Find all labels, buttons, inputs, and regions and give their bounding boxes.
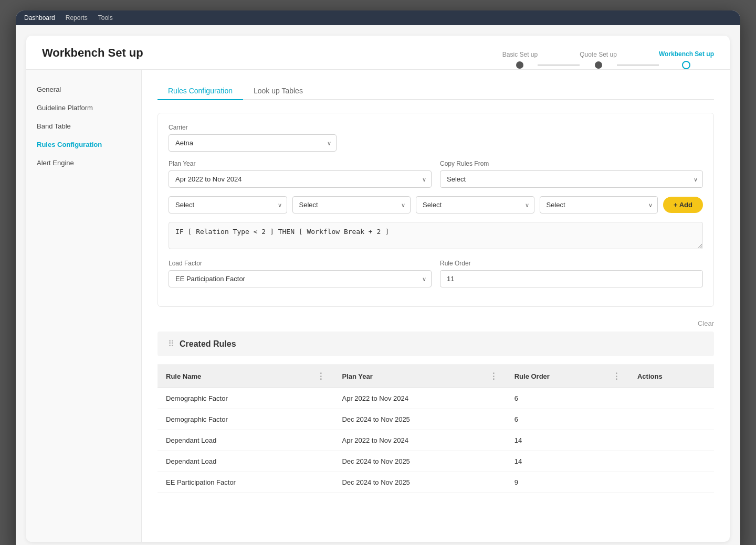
wizard-step-quote: Quote Set up [580, 51, 617, 69]
condition-select-1[interactable]: Select [169, 196, 287, 213]
copy-rules-label: Copy Rules From [440, 160, 703, 167]
cell-rule-name: Demographic Factor [158, 409, 333, 430]
wizard-step-basic: Basic Set up [502, 51, 538, 69]
plan-year-select-wrapper[interactable]: Apr 2022 to Nov 2024 [169, 170, 432, 188]
copy-rules-select-wrapper[interactable]: Select [440, 170, 703, 188]
add-button[interactable]: + Add [663, 197, 703, 213]
clear-link[interactable]: Clear [158, 315, 714, 332]
cell-rule-name: Demographic Factor [158, 388, 333, 409]
select4-wrapper[interactable]: Select [540, 196, 658, 213]
cell-rule-name: Dependant Load [158, 451, 333, 472]
rule-order-label: Rule Order [440, 260, 703, 267]
cell-rule-order: 6 [506, 388, 629, 409]
plan-year-label: Plan Year [169, 160, 432, 167]
created-rules-table: Rule Name ⋮ Plan Year ⋮ [158, 365, 714, 493]
select1-wrapper[interactable]: Select [169, 196, 287, 213]
table-row: Demographic Factor Dec 2024 to Nov 2025 … [158, 409, 714, 430]
col-header-rule-name: Rule Name ⋮ [158, 365, 333, 388]
wizard-label-workbench: Workbench Set up [659, 50, 714, 58]
plan-year-select[interactable]: Apr 2022 to Nov 2024 [169, 170, 432, 188]
wizard-label-basic: Basic Set up [502, 51, 538, 58]
select2-wrapper[interactable]: Select [292, 196, 411, 213]
col-header-plan-year: Plan Year ⋮ [333, 365, 506, 388]
cell-plan-year: Dec 2024 to Nov 2025 [333, 472, 506, 493]
created-rules-header: ⠿ Created Rules [158, 332, 714, 356]
select3-wrapper[interactable]: Select [416, 196, 534, 213]
cell-actions [629, 472, 714, 493]
table-row: EE Participation Factor Dec 2024 to Nov … [158, 472, 714, 493]
tab-rules-configuration[interactable]: Rules Configuration [158, 82, 243, 100]
sidebar: General Guideline Platform Band Table Ru… [26, 70, 142, 542]
carrier-label: Carrier [169, 124, 703, 131]
wizard-steps: Basic Set up Quote Set up Workbench Set … [502, 46, 714, 69]
wizard-label-quote: Quote Set up [580, 51, 617, 58]
cell-actions [629, 388, 714, 409]
col-menu-rule-order[interactable]: ⋮ [612, 371, 621, 381]
created-rules-title: Created Rules [180, 339, 236, 349]
sidebar-item-general[interactable]: General [26, 80, 141, 99]
sidebar-item-band-table[interactable]: Band Table [26, 117, 141, 135]
rule-order-field: Rule Order [440, 260, 703, 287]
load-factor-select-wrapper[interactable]: EE Participation Factor [169, 270, 432, 287]
rule-expression-input[interactable]: IF [ Relation Type < 2 ] THEN [ Workflow… [169, 222, 703, 249]
cell-actions [629, 451, 714, 472]
condition-selects-row: Select Select Select [169, 196, 703, 213]
cell-rule-order: 9 [506, 472, 629, 493]
col-menu-rule-name[interactable]: ⋮ [317, 371, 325, 381]
nav-dashboard[interactable]: Dashboard [24, 14, 55, 22]
table-row: Dependant Load Apr 2022 to Nov 2024 14 [158, 430, 714, 451]
top-nav: Dashboard Reports Tools [16, 10, 740, 25]
sidebar-item-rules-configuration[interactable]: Rules Configuration [26, 135, 141, 154]
condition-select-3[interactable]: Select [416, 196, 534, 213]
drag-icon: ⠿ [168, 339, 174, 349]
rule-order-input[interactable] [440, 270, 703, 287]
tab-lookup-tables[interactable]: Look up Tables [243, 82, 313, 100]
cell-plan-year: Dec 2024 to Nov 2025 [333, 409, 506, 430]
plan-year-copy-row: Plan Year Apr 2022 to Nov 2024 Copy Rule… [169, 160, 703, 188]
wizard-dot-quote [595, 61, 602, 69]
content-area: Rules Configuration Look up Tables Carri… [142, 70, 730, 542]
carrier-select-wrapper[interactable]: Aetna [169, 134, 337, 152]
cell-rule-name: Dependant Load [158, 430, 333, 451]
cell-rule-order: 6 [506, 409, 629, 430]
load-factor-field: Load Factor EE Participation Factor [169, 260, 432, 287]
carrier-row: Carrier Aetna [169, 124, 703, 152]
copy-rules-select[interactable]: Select [440, 170, 703, 188]
cell-actions [629, 409, 714, 430]
wizard-dot-workbench [682, 61, 690, 69]
tabs: Rules Configuration Look up Tables [158, 82, 714, 100]
carrier-select[interactable]: Aetna [169, 134, 337, 152]
wizard-dot-basic [516, 61, 523, 69]
page-header: Workbench Set up Basic Set up Quote Set … [26, 36, 730, 70]
cell-plan-year: Apr 2022 to Nov 2024 [333, 388, 506, 409]
col-header-actions: Actions [629, 365, 714, 388]
wizard-step-workbench: Workbench Set up [659, 50, 714, 69]
table-row: Demographic Factor Apr 2022 to Nov 2024 … [158, 388, 714, 409]
sidebar-item-guideline-platform[interactable]: Guideline Platform [26, 99, 141, 117]
form-section: Carrier Aetna Plan Year [158, 113, 714, 307]
cell-plan-year: Apr 2022 to Nov 2024 [333, 430, 506, 451]
cell-rule-order: 14 [506, 430, 629, 451]
load-factor-select[interactable]: EE Participation Factor [169, 270, 432, 287]
load-factor-label: Load Factor [169, 260, 432, 267]
cell-plan-year: Dec 2024 to Nov 2025 [333, 451, 506, 472]
col-menu-plan-year[interactable]: ⋮ [489, 371, 498, 381]
table-row: Dependant Load Dec 2024 to Nov 2025 14 [158, 451, 714, 472]
cell-rule-order: 14 [506, 451, 629, 472]
cell-rule-name: EE Participation Factor [158, 472, 333, 493]
page-title: Workbench Set up [42, 46, 143, 68]
sidebar-item-alert-engine[interactable]: Alert Engine [26, 154, 141, 172]
condition-select-2[interactable]: Select [292, 196, 411, 213]
cell-actions [629, 430, 714, 451]
wizard-connector-1 [538, 65, 580, 66]
col-header-rule-order: Rule Order ⋮ [506, 365, 629, 388]
nav-tools[interactable]: Tools [98, 14, 113, 22]
wizard-connector-2 [617, 65, 659, 66]
load-factor-rule-order-row: Load Factor EE Participation Factor Rule… [169, 260, 703, 287]
plan-year-field: Plan Year Apr 2022 to Nov 2024 [169, 160, 432, 188]
copy-rules-field: Copy Rules From Select [440, 160, 703, 188]
table-header-row: Rule Name ⋮ Plan Year ⋮ [158, 365, 714, 388]
condition-select-4[interactable]: Select [540, 196, 658, 213]
rule-expression-row: IF [ Relation Type < 2 ] THEN [ Workflow… [169, 222, 703, 251]
nav-reports[interactable]: Reports [66, 14, 88, 22]
